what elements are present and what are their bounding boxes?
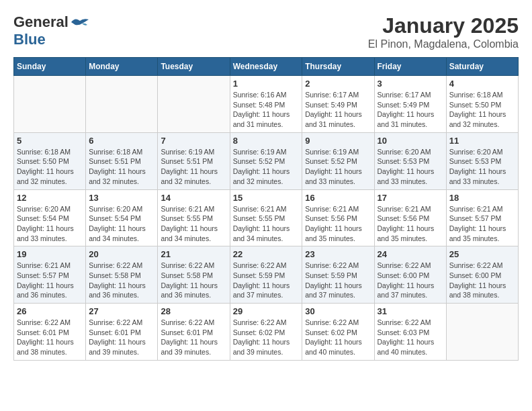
calendar-cell: 28Sunrise: 6:22 AM Sunset: 6:01 PM Dayli… — [158, 304, 230, 361]
day-info: Sunrise: 6:16 AM Sunset: 5:48 PM Dayligh… — [233, 90, 300, 130]
day-number: 18 — [449, 193, 515, 203]
calendar-header-wednesday: Wednesday — [230, 58, 302, 76]
calendar-cell: 16Sunrise: 6:21 AM Sunset: 5:56 PM Dayli… — [302, 189, 374, 246]
day-number: 30 — [305, 306, 371, 316]
day-info: Sunrise: 6:19 AM Sunset: 5:52 PM Dayligh… — [233, 147, 300, 187]
day-number: 22 — [233, 249, 300, 259]
day-number: 9 — [305, 136, 371, 146]
day-number: 10 — [378, 136, 443, 146]
day-info: Sunrise: 6:19 AM Sunset: 5:52 PM Dayligh… — [305, 147, 371, 187]
calendar-cell: 20Sunrise: 6:22 AM Sunset: 5:58 PM Dayli… — [86, 246, 158, 304]
calendar-header-tuesday: Tuesday — [158, 58, 230, 76]
calendar-header-saturday: Saturday — [446, 58, 518, 76]
calendar-cell: 9Sunrise: 6:19 AM Sunset: 5:52 PM Daylig… — [302, 132, 374, 189]
logo-bird-icon — [70, 15, 90, 29]
calendar-cell: 14Sunrise: 6:21 AM Sunset: 5:55 PM Dayli… — [158, 189, 230, 246]
day-info: Sunrise: 6:17 AM Sunset: 5:49 PM Dayligh… — [305, 90, 371, 130]
day-info: Sunrise: 6:21 AM Sunset: 5:56 PM Dayligh… — [305, 204, 371, 244]
day-info: Sunrise: 6:22 AM Sunset: 5:59 PM Dayligh… — [233, 261, 300, 300]
day-number: 15 — [233, 193, 300, 203]
calendar-week-row: 19Sunrise: 6:21 AM Sunset: 5:57 PM Dayli… — [14, 246, 519, 304]
day-number: 1 — [233, 79, 300, 89]
day-number: 21 — [161, 249, 226, 259]
calendar-week-row: 26Sunrise: 6:22 AM Sunset: 6:01 PM Dayli… — [14, 304, 519, 361]
calendar-cell: 4Sunrise: 6:18 AM Sunset: 5:50 PM Daylig… — [446, 76, 518, 133]
day-number: 23 — [305, 249, 371, 259]
day-number: 12 — [17, 193, 83, 203]
day-number: 16 — [305, 193, 371, 203]
day-info: Sunrise: 6:18 AM Sunset: 5:50 PM Dayligh… — [17, 147, 83, 187]
day-number: 29 — [233, 306, 300, 316]
title-block: January 2025 El Pinon, Magdalena, Colomb… — [368, 13, 519, 50]
calendar-cell: 18Sunrise: 6:21 AM Sunset: 5:57 PM Dayli… — [446, 189, 518, 246]
day-number: 7 — [161, 136, 226, 146]
day-number: 27 — [89, 306, 154, 316]
logo: General Blue — [13, 13, 90, 48]
day-info: Sunrise: 6:21 AM Sunset: 5:55 PM Dayligh… — [233, 204, 300, 244]
calendar-cell: 12Sunrise: 6:20 AM Sunset: 5:54 PM Dayli… — [14, 189, 86, 246]
calendar-cell: 26Sunrise: 6:22 AM Sunset: 6:01 PM Dayli… — [14, 304, 86, 361]
calendar-cell: 10Sunrise: 6:20 AM Sunset: 5:53 PM Dayli… — [374, 132, 446, 189]
day-number: 19 — [17, 249, 83, 259]
day-number: 3 — [378, 79, 443, 89]
day-number: 14 — [161, 193, 226, 203]
logo-blue-text: Blue — [13, 31, 46, 48]
calendar-cell: 31Sunrise: 6:22 AM Sunset: 6:03 PM Dayli… — [374, 304, 446, 361]
day-info: Sunrise: 6:18 AM Sunset: 5:51 PM Dayligh… — [89, 147, 154, 187]
calendar-header-monday: Monday — [86, 58, 158, 76]
day-info: Sunrise: 6:21 AM Sunset: 5:55 PM Dayligh… — [161, 204, 226, 244]
calendar-cell — [86, 76, 158, 133]
day-number: 13 — [89, 193, 154, 203]
calendar-cell: 5Sunrise: 6:18 AM Sunset: 5:50 PM Daylig… — [14, 132, 86, 189]
day-number: 5 — [17, 136, 83, 146]
logo-general-text: General — [13, 13, 69, 31]
day-info: Sunrise: 6:20 AM Sunset: 5:53 PM Dayligh… — [378, 147, 443, 187]
calendar-header-friday: Friday — [374, 58, 446, 76]
calendar-cell: 3Sunrise: 6:17 AM Sunset: 5:49 PM Daylig… — [374, 76, 446, 133]
calendar-cell: 13Sunrise: 6:20 AM Sunset: 5:54 PM Dayli… — [86, 189, 158, 246]
location-title: El Pinon, Magdalena, Colombia — [368, 38, 519, 50]
day-info: Sunrise: 6:20 AM Sunset: 5:54 PM Dayligh… — [17, 204, 83, 244]
calendar-cell: 29Sunrise: 6:22 AM Sunset: 6:02 PM Dayli… — [230, 304, 302, 361]
calendar-cell — [14, 76, 86, 133]
day-info: Sunrise: 6:17 AM Sunset: 5:49 PM Dayligh… — [378, 90, 443, 130]
day-number: 26 — [17, 306, 83, 316]
page-header: General Blue January 2025 El Pinon, Magd… — [13, 13, 519, 50]
day-info: Sunrise: 6:22 AM Sunset: 6:00 PM Dayligh… — [378, 261, 443, 300]
calendar-cell: 24Sunrise: 6:22 AM Sunset: 6:00 PM Dayli… — [374, 246, 446, 304]
calendar-header-row: SundayMondayTuesdayWednesdayThursdayFrid… — [14, 58, 519, 76]
calendar-cell: 23Sunrise: 6:22 AM Sunset: 5:59 PM Dayli… — [302, 246, 374, 304]
calendar-cell: 11Sunrise: 6:20 AM Sunset: 5:53 PM Dayli… — [446, 132, 518, 189]
day-number: 25 — [449, 249, 515, 259]
day-number: 20 — [89, 249, 154, 259]
day-info: Sunrise: 6:22 AM Sunset: 6:02 PM Dayligh… — [305, 318, 371, 357]
calendar-cell: 27Sunrise: 6:22 AM Sunset: 6:01 PM Dayli… — [86, 304, 158, 361]
month-title: January 2025 — [368, 13, 519, 38]
day-info: Sunrise: 6:22 AM Sunset: 5:58 PM Dayligh… — [89, 261, 154, 300]
day-number: 24 — [378, 249, 443, 259]
calendar-cell: 6Sunrise: 6:18 AM Sunset: 5:51 PM Daylig… — [86, 132, 158, 189]
calendar-cell: 2Sunrise: 6:17 AM Sunset: 5:49 PM Daylig… — [302, 76, 374, 133]
calendar-cell: 1Sunrise: 6:16 AM Sunset: 5:48 PM Daylig… — [230, 76, 302, 133]
day-info: Sunrise: 6:22 AM Sunset: 6:03 PM Dayligh… — [378, 318, 443, 357]
day-number: 17 — [378, 193, 443, 203]
calendar-cell: 17Sunrise: 6:21 AM Sunset: 5:56 PM Dayli… — [374, 189, 446, 246]
calendar-cell — [446, 304, 518, 361]
day-number: 28 — [161, 306, 226, 316]
calendar-cell: 7Sunrise: 6:19 AM Sunset: 5:51 PM Daylig… — [158, 132, 230, 189]
day-info: Sunrise: 6:22 AM Sunset: 6:01 PM Dayligh… — [89, 318, 154, 357]
day-number: 2 — [305, 79, 371, 89]
day-info: Sunrise: 6:21 AM Sunset: 5:57 PM Dayligh… — [17, 261, 83, 300]
day-info: Sunrise: 6:22 AM Sunset: 6:02 PM Dayligh… — [233, 318, 300, 357]
day-info: Sunrise: 6:19 AM Sunset: 5:51 PM Dayligh… — [161, 147, 226, 187]
day-number: 8 — [233, 136, 300, 146]
day-number: 6 — [89, 136, 154, 146]
day-info: Sunrise: 6:18 AM Sunset: 5:50 PM Dayligh… — [449, 90, 515, 130]
calendar-cell: 22Sunrise: 6:22 AM Sunset: 5:59 PM Dayli… — [230, 246, 302, 304]
calendar-table: SundayMondayTuesdayWednesdayThursdayFrid… — [13, 57, 519, 361]
calendar-cell: 21Sunrise: 6:22 AM Sunset: 5:58 PM Dayli… — [158, 246, 230, 304]
calendar-week-row: 1Sunrise: 6:16 AM Sunset: 5:48 PM Daylig… — [14, 76, 519, 133]
calendar-cell: 19Sunrise: 6:21 AM Sunset: 5:57 PM Dayli… — [14, 246, 86, 304]
day-info: Sunrise: 6:22 AM Sunset: 6:01 PM Dayligh… — [17, 318, 83, 357]
day-info: Sunrise: 6:21 AM Sunset: 5:57 PM Dayligh… — [449, 204, 515, 244]
